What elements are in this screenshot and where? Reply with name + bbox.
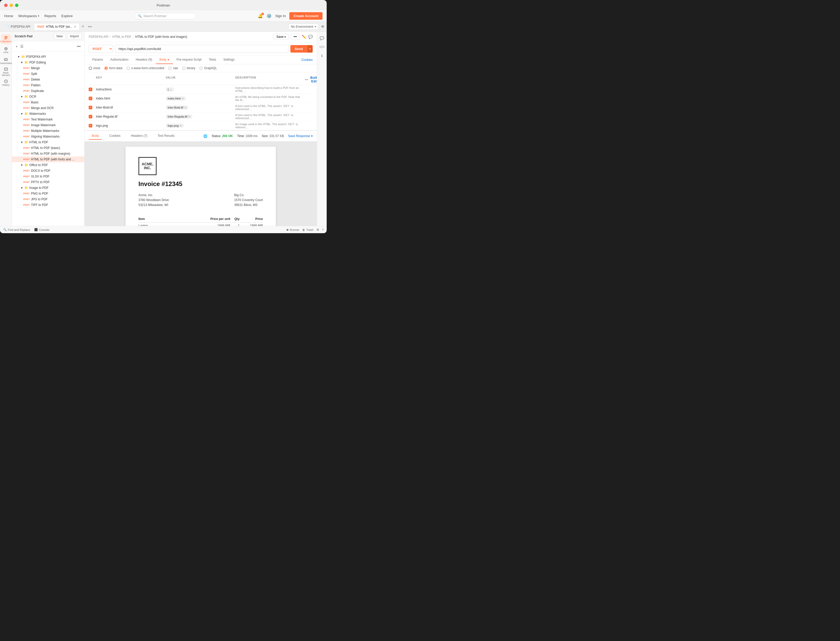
method-select[interactable]: POST GET PUT DELETE	[89, 45, 113, 53]
more-tabs-button[interactable]: •••	[86, 25, 93, 29]
tab-html-to-pdf[interactable]: POST HTML to PDF (wi... ✕	[34, 23, 79, 30]
tree-item-basic[interactable]: POST Basic	[12, 100, 84, 105]
tree-group-office-to-pdf[interactable]: ▾ 📁 Office to PDF	[12, 162, 84, 168]
tree-group-ocr[interactable]: ▾ 📁 OCR	[12, 94, 84, 100]
sidebar-item-apis[interactable]: APIs	[1, 45, 11, 55]
tab-body[interactable]: Body ●	[156, 56, 173, 64]
add-tab-button[interactable]: +	[80, 24, 86, 29]
resp-tab-cookies[interactable]: Cookies	[106, 132, 123, 140]
help-button[interactable]: ?	[322, 228, 323, 231]
sidebar-item-environments[interactable]: Environments	[1, 56, 11, 66]
breadcrumb-link-2[interactable]: HTML to PDF	[112, 35, 131, 39]
find-replace-button[interactable]: 🔍 Find and Replace	[3, 228, 30, 231]
info-icon[interactable]: ℹ	[318, 52, 326, 60]
tree-item-aligning-watermarks[interactable]: POST Aligning Watermarks	[12, 134, 84, 139]
value-cell[interactable]: logo.png ✕	[166, 124, 236, 128]
tree-group-image-to-pdf[interactable]: ▾ 📁 Image to PDF	[12, 185, 84, 191]
console-button[interactable]: ⬛ Console	[34, 228, 49, 231]
tree-item-text-watermark[interactable]: POST Text Watermark	[12, 117, 84, 122]
nav-workspaces[interactable]: Workspaces ▾	[18, 14, 39, 18]
tree-item-merge-ocr[interactable]: POST Merge and OCR	[12, 105, 84, 111]
filter-button[interactable]: ☰	[20, 44, 24, 49]
import-button[interactable]: Import	[67, 33, 82, 39]
code-icon[interactable]: </>	[318, 43, 326, 51]
tree-item-split[interactable]: POST Split	[12, 71, 84, 77]
row-checkbox[interactable]	[89, 88, 92, 91]
send-arrow-button[interactable]: ▾	[307, 45, 313, 53]
tree-item-duplicate[interactable]: POST Duplicate	[12, 88, 84, 94]
key-cell[interactable]: logo.png	[96, 124, 166, 127]
edit-icon[interactable]: ✏️	[302, 34, 306, 40]
tab-close-icon[interactable]: ✕	[74, 25, 76, 29]
more-icon[interactable]: •••	[305, 78, 308, 81]
row-checkbox[interactable]	[89, 124, 92, 127]
minimize-button[interactable]	[10, 4, 13, 7]
tab-tests[interactable]: Tests	[205, 56, 220, 64]
row-checkbox[interactable]	[89, 106, 92, 110]
tree-item-delete[interactable]: POST Delete	[12, 77, 84, 82]
key-cell[interactable]: index.html	[96, 97, 166, 100]
tree-item-html-basic[interactable]: POST HTML to PDF (basic)	[12, 145, 84, 151]
tree-item-docx[interactable]: POST DOCX to PDF	[12, 168, 84, 174]
nav-explore[interactable]: Explore	[61, 14, 73, 18]
row-checkbox[interactable]	[89, 97, 92, 100]
radio-form-data[interactable]: form-data	[105, 66, 122, 70]
tree-item-image-watermark[interactable]: POST Image Watermark	[12, 122, 84, 128]
resp-tab-test-results[interactable]: Test Results	[155, 132, 178, 140]
key-cell[interactable]: Inter-Regular.ttf	[96, 115, 166, 118]
row-checkbox[interactable]	[89, 115, 92, 118]
value-cell[interactable]: { ...	[166, 87, 236, 92]
bulk-edit-button[interactable]: Bulk Edit	[310, 76, 317, 83]
value-cell[interactable]: Inter-Regular.ttf ✕	[166, 114, 236, 119]
eye-icon[interactable]: 👁	[321, 25, 325, 29]
value-tag-close[interactable]: ✕	[188, 115, 190, 118]
tree-item-html-margins[interactable]: POST HTML to PDF (with margins)	[12, 151, 84, 156]
nav-home[interactable]: Home	[4, 14, 13, 18]
tree-item-tiff[interactable]: POST TIFF to PDF	[12, 202, 84, 208]
tree-item-merge[interactable]: POST Merge	[12, 65, 84, 71]
key-cell[interactable]: Inter-Bold.ttf	[96, 106, 166, 110]
more-options-button[interactable]: •••	[291, 34, 300, 40]
value-cell[interactable]: index.html ✕	[166, 97, 236, 100]
sidebar-item-history[interactable]: History	[1, 78, 11, 88]
comment-icon[interactable]: 💬	[308, 34, 313, 40]
layout-icon[interactable]: ⊞	[317, 228, 319, 231]
tree-group-html-to-pdf[interactable]: ▾ 📁 HTML to PDF	[12, 139, 84, 145]
tree-item-flatten[interactable]: POST Flatten	[12, 82, 84, 88]
tab-authorization[interactable]: Authorization	[107, 56, 132, 64]
trash-button[interactable]: 🗑 Trash	[302, 228, 313, 231]
resp-tab-headers[interactable]: Headers (7)	[128, 132, 150, 140]
sidebar-item-collections[interactable]: Collections	[1, 34, 11, 44]
tab-settings[interactable]: Settings	[220, 56, 238, 64]
runner-button[interactable]: ▶ Runner	[287, 228, 299, 231]
radio-urlencoded[interactable]: x-www-form-urlencoded	[126, 66, 164, 70]
create-account-button[interactable]: Create Account	[289, 12, 323, 20]
comment-sidebar-icon[interactable]: 💬	[318, 34, 326, 42]
tree-item-pptx[interactable]: POST PPTX to PDF	[12, 179, 84, 185]
environment-selector[interactable]: No Environment ▾	[289, 24, 318, 30]
save-button[interactable]: Save ▾	[273, 34, 289, 40]
new-button[interactable]: New	[54, 33, 66, 39]
tree-item-xlsx[interactable]: POST XLSX to PDF	[12, 174, 84, 179]
add-collection-button[interactable]: +	[15, 44, 18, 49]
settings-icon[interactable]: ⚙️	[267, 13, 272, 18]
tree-item-html-fonts[interactable]: POST HTML to PDF (with fonts and ...	[12, 156, 84, 162]
url-input[interactable]	[115, 45, 288, 53]
value-tag-close[interactable]: ✕	[184, 106, 186, 109]
search-postman-input[interactable]: 🔍 Search Postman	[134, 13, 196, 19]
sign-in-button[interactable]: Sign In	[275, 14, 286, 18]
tree-group-watermarks[interactable]: ▾ 📁 Watermarks	[12, 111, 84, 117]
close-button[interactable]	[4, 4, 8, 7]
value-cell[interactable]: Inter-Bold.ttf ✕	[166, 105, 236, 110]
radio-raw[interactable]: raw	[168, 66, 178, 70]
tree-item-jpg[interactable]: POST JPG to PDF	[12, 196, 84, 202]
tree-item-png[interactable]: POST PNG to PDF	[12, 191, 84, 196]
maximize-button[interactable]	[15, 4, 18, 7]
key-cell[interactable]: instructions	[96, 88, 166, 91]
cookies-link[interactable]: Cookies	[302, 58, 313, 62]
tab-pre-request[interactable]: Pre-request Script	[173, 56, 205, 64]
tree-item-multiple-watermarks[interactable]: POST Multiple Watermarks	[12, 128, 84, 134]
save-response-button[interactable]: Save Response ▾	[288, 134, 313, 138]
notifications-icon[interactable]: 🔔 1	[258, 13, 263, 18]
more-options-button[interactable]: •••	[76, 44, 81, 49]
